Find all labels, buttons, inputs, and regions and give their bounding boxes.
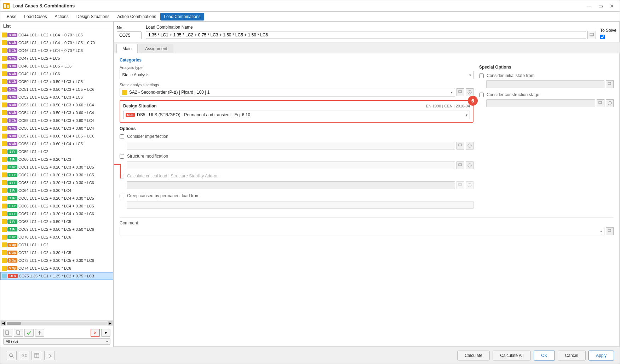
list-item[interactable]: S Ch CO57 LC1 + LC2 + 0.60 * LC4 + LC5 +… [0, 132, 113, 140]
menu-design-situations[interactable]: Design Situations [73, 13, 113, 20]
construction-stage-input[interactable] [486, 99, 595, 107]
number-icon-btn[interactable]: 0.0 [19, 351, 29, 360]
menu-load-combinations[interactable]: Load Combinations [160, 13, 204, 20]
list-item[interactable]: S Op CO73 LC1 + LC2 + 0.30 * LC5 + 0.30 … [0, 257, 113, 264]
name-input[interactable] [146, 31, 586, 39]
list-item[interactable]: S Ch CO53 LC1 + LC2 + 0.50 * LC3 + 0.60 … [0, 101, 113, 109]
menu-actions[interactable]: Actions [51, 13, 72, 20]
item-badge: S Ch [7, 103, 17, 107]
maximize-button[interactable]: ▭ [596, 2, 605, 10]
list-item[interactable]: S Fr CO62 LC1 + LC2 + 0.20 * LC3 + 0.30 … [0, 171, 113, 179]
analysis-type-select[interactable]: Static Analysis ▾ [120, 71, 473, 79]
list-item[interactable]: ULS CO75 1.35 * LC1 + 1.35 * LC2 + 0.75 … [0, 272, 113, 280]
scroll-left-btn[interactable]: ◀ [1, 321, 6, 325]
list-item[interactable]: S Fr CO63 LC1 + LC2 + 0.20 * LC3 + 0.30 … [0, 179, 113, 187]
static-settings-edit-btn[interactable] [457, 88, 464, 96]
tab-main[interactable]: Main [116, 44, 138, 53]
copy-btn[interactable] [14, 329, 23, 337]
svg-line-31 [12, 356, 13, 358]
construction-stage-checkbox[interactable] [479, 93, 484, 97]
imperfection-input[interactable] [127, 142, 455, 149]
critical-load-edit-btn[interactable] [457, 181, 464, 189]
structure-mod-checkbox[interactable] [120, 154, 124, 159]
list-item[interactable]: S Fr CO66 LC1 + LC2 + 0.20 * LC4 + 0.30 … [0, 202, 113, 210]
to-solve-checkbox[interactable] [600, 35, 605, 39]
list-item[interactable]: S Fr CO64 LC1 + LC2 + 0.20 * LC4 [0, 187, 113, 194]
list-item[interactable]: S Fr CO61 LC1 + LC2 + 0.20 * LC3 + 0.30 … [0, 163, 113, 171]
list-item[interactable]: S Ch CO48 LC1 + LC2 + LC5 + LC6 [0, 62, 113, 70]
imperfection-label: Consider imperfection [127, 134, 168, 139]
comment-select[interactable]: ▾ [120, 227, 604, 235]
list-item[interactable]: S Fr CO60 LC1 + LC2 + 0.20 * LC3 [0, 155, 113, 163]
list-item[interactable]: S Ch CO52 LC1 + LC2 + 0.50 * LC3 + LC6 [0, 93, 113, 101]
list-item[interactable]: S Ch CO56 LC1 + LC2 + 0.50 * LC3 + 0.60 … [0, 124, 113, 132]
table-icon-btn[interactable] [31, 351, 42, 360]
menu-load-cases[interactable]: Load Cases [21, 13, 50, 20]
static-settings-info-btn[interactable]: i [466, 88, 473, 96]
menu-bar: Base Load Cases Actions Design Situation… [0, 12, 620, 22]
list-item[interactable]: S Ch CO49 LC1 + LC2 + LC6 [0, 70, 113, 78]
list-item[interactable]: S Ch CO58 LC1 + LC2 + 0.60 * LC4 + LC5 [0, 140, 113, 148]
construction-stage-info-btn[interactable] [606, 99, 614, 107]
construction-stage-edit-btn[interactable] [597, 99, 604, 107]
calculate-all-button[interactable]: Calculate All [493, 351, 531, 360]
creep-checkbox[interactable] [120, 194, 124, 198]
menu-base[interactable]: Base [3, 13, 20, 20]
cancel-button[interactable]: Cancel [558, 351, 586, 360]
list-item[interactable]: S Ch CO45 LC1 + LC2 + LC4 + 0.70 * LC5 +… [0, 39, 113, 47]
uncheck-btn[interactable] [35, 329, 44, 337]
name-edit-btn[interactable] [587, 31, 596, 39]
structure-mod-input[interactable] [127, 162, 455, 169]
close-button[interactable]: ✕ [607, 2, 617, 10]
list-item[interactable]: S Fr CO69 LC1 + LC2 + 0.50 * LC5 + 0.50 … [0, 225, 113, 233]
tab-assignment[interactable]: Assignment [139, 44, 173, 53]
structure-mod-info-btn[interactable] [466, 162, 473, 169]
new-item-btn[interactable] [3, 329, 12, 337]
h-scroll-track[interactable] [7, 322, 107, 325]
minimize-button[interactable]: ─ [584, 2, 594, 10]
imperfection-info-btn[interactable] [466, 142, 473, 149]
initial-state-input[interactable] [486, 80, 604, 88]
ds-select[interactable]: ULS DS5 - ULS (STR/GEO) - Permanent and … [123, 111, 470, 119]
list-item[interactable]: S Ch CO55 LC1 + LC2 + 0.50 * LC3 + 0.60 … [0, 117, 113, 124]
list-filter-dropdown[interactable]: All (75) ▾ [3, 338, 110, 345]
horizontal-scrollbar[interactable]: ◀ ▶ [0, 320, 113, 326]
delete-btn[interactable]: ✕ [91, 329, 100, 337]
ok-button[interactable]: OK [534, 351, 555, 360]
options-btn[interactable]: ▾ [101, 329, 110, 337]
search-icon-btn[interactable] [6, 351, 17, 360]
list-item[interactable]: S Op CO72 LC1 + LC2 + 0.30 * LC5 [0, 249, 113, 257]
list-item[interactable]: S Op CO71 LC1 + LC2 [0, 241, 113, 249]
scroll-right-btn[interactable]: ▶ [108, 321, 113, 325]
menu-action-combinations[interactable]: Action Combinations [114, 13, 160, 20]
list-item[interactable]: S Op CO74 LC1 + LC2 + 0.30 * LC6 [0, 264, 113, 272]
list-item[interactable]: S Ch CO44 LC1 + LC2 + LC4 + 0.70 * LC5 [0, 31, 113, 39]
static-settings-select[interactable]: SA2 - Second-order (P-Δ) | Picard | 100 … [120, 88, 455, 96]
critical-load-info-btn[interactable] [466, 181, 473, 189]
list-container[interactable]: S Ch CO44 LC1 + LC2 + LC4 + 0.70 * LC5 S… [0, 31, 113, 320]
list-item[interactable]: S Ch CO54 LC1 + LC2 + 0.50 * LC3 + 0.60 … [0, 109, 113, 117]
list-item[interactable]: S Fr CO70 LC1 + LC2 + 0.50 * LC6 [0, 233, 113, 241]
structure-mod-edit-btn[interactable] [457, 162, 464, 169]
initial-state-edit-btn[interactable] [606, 80, 614, 88]
list-item[interactable]: S Ch CO50 LC1 + LC2 + 0.50 * LC3 + LC5 [0, 78, 113, 86]
imperfection-checkbox[interactable] [120, 134, 124, 139]
creep-input[interactable] [127, 201, 473, 209]
critical-load-input[interactable] [127, 181, 455, 189]
list-item[interactable]: S Ch CO51 LC1 + LC2 + 0.50 * LC3 + LC5 +… [0, 86, 113, 93]
list-item[interactable]: S Fr CO68 LC1 + LC2 + 0.50 * LC5 [0, 218, 113, 225]
list-item[interactable]: S Ch CO47 LC1 + LC2 + LC5 [0, 54, 113, 62]
apply-button[interactable]: Apply [589, 351, 614, 360]
imperfection-edit-btn[interactable] [457, 142, 464, 149]
no-input[interactable] [117, 31, 142, 39]
list-item[interactable]: S Fr CO67 LC1 + LC2 + 0.20 * LC4 + 0.30 … [0, 210, 113, 218]
initial-state-checkbox[interactable] [479, 74, 484, 78]
calculate-button[interactable]: Calculate [457, 351, 490, 360]
comment-edit-btn[interactable] [606, 227, 614, 235]
check-btn[interactable] [24, 329, 34, 337]
list-item[interactable]: S Ch CO46 LC1 + LC2 + LC4 + 0.70 * LC6 [0, 47, 113, 54]
critical-load-checkbox[interactable] [120, 174, 124, 178]
formula-icon-btn[interactable]: f(x) [44, 351, 55, 360]
list-item[interactable]: S Fr CO65 LC1 + LC2 + 0.20 * LC4 + 0.30 … [0, 194, 113, 202]
list-item[interactable]: S Fr CO59 LC1 + LC2 [0, 148, 113, 155]
